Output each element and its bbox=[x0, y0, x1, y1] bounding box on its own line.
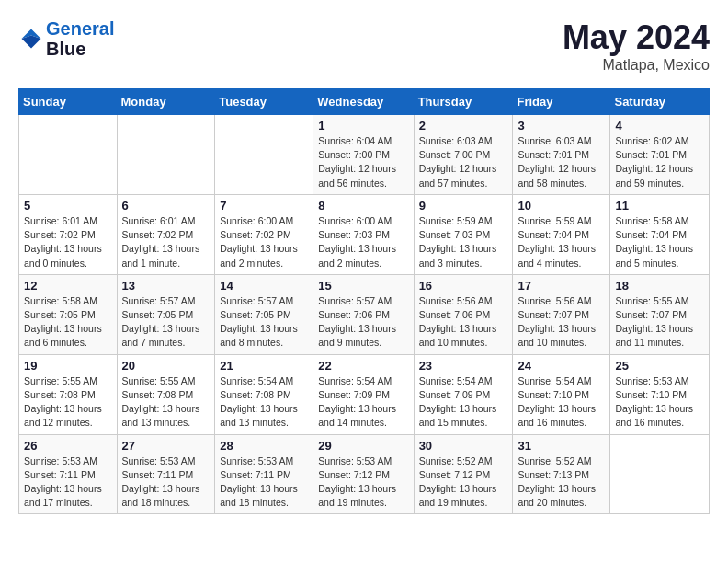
weekday-header: Wednesday bbox=[313, 89, 414, 115]
calendar-cell: 8Sunrise: 6:00 AMSunset: 7:03 PMDaylight… bbox=[313, 194, 414, 274]
day-number: 4 bbox=[615, 119, 704, 132]
calendar-cell: 23Sunrise: 5:54 AMSunset: 7:09 PMDayligh… bbox=[414, 354, 513, 434]
calendar-cell: 17Sunrise: 5:56 AMSunset: 7:07 PMDayligh… bbox=[513, 274, 610, 354]
day-info: Sunrise: 5:53 AMSunset: 7:11 PMDaylight:… bbox=[24, 454, 112, 511]
day-number: 22 bbox=[318, 359, 408, 373]
day-number: 11 bbox=[615, 199, 704, 213]
day-number: 19 bbox=[24, 359, 112, 373]
calendar-week-row: 5Sunrise: 6:01 AMSunset: 7:02 PMDaylight… bbox=[19, 194, 710, 274]
calendar-cell: 12Sunrise: 5:58 AMSunset: 7:05 PMDayligh… bbox=[19, 274, 118, 354]
day-number: 9 bbox=[419, 199, 508, 213]
day-info: Sunrise: 5:54 AMSunset: 7:10 PMDaylight:… bbox=[518, 374, 605, 431]
logo: General Blue bbox=[18, 18, 114, 59]
day-info: Sunrise: 5:56 AMSunset: 7:07 PMDaylight:… bbox=[518, 294, 605, 350]
day-number: 29 bbox=[318, 439, 408, 453]
day-number: 26 bbox=[24, 439, 112, 453]
calendar-cell: 4Sunrise: 6:02 AMSunset: 7:01 PMDaylight… bbox=[610, 115, 710, 195]
day-info: Sunrise: 6:00 AMSunset: 7:03 PMDaylight:… bbox=[318, 214, 408, 270]
calendar-week-row: 1Sunrise: 6:04 AMSunset: 7:00 PMDaylight… bbox=[19, 115, 710, 195]
day-info: Sunrise: 5:56 AMSunset: 7:06 PMDaylight:… bbox=[419, 294, 508, 350]
day-number: 20 bbox=[122, 359, 210, 373]
calendar-cell bbox=[610, 434, 710, 514]
day-number: 21 bbox=[220, 359, 308, 373]
weekday-header: Sunday bbox=[19, 89, 118, 115]
day-info: Sunrise: 6:01 AMSunset: 7:02 PMDaylight:… bbox=[24, 214, 112, 270]
day-info: Sunrise: 5:54 AMSunset: 7:08 PMDaylight:… bbox=[220, 374, 308, 431]
calendar-table: SundayMondayTuesdayWednesdayThursdayFrid… bbox=[18, 88, 710, 514]
calendar-cell: 22Sunrise: 5:54 AMSunset: 7:09 PMDayligh… bbox=[313, 354, 414, 434]
day-info: Sunrise: 5:55 AMSunset: 7:08 PMDaylight:… bbox=[24, 374, 112, 431]
day-info: Sunrise: 5:57 AMSunset: 7:05 PMDaylight:… bbox=[220, 294, 308, 350]
day-info: Sunrise: 6:02 AMSunset: 7:01 PMDaylight:… bbox=[615, 134, 704, 190]
calendar-cell: 13Sunrise: 5:57 AMSunset: 7:05 PMDayligh… bbox=[117, 274, 215, 354]
calendar-cell: 7Sunrise: 6:00 AMSunset: 7:02 PMDaylight… bbox=[215, 194, 313, 274]
day-number: 30 bbox=[419, 439, 508, 453]
calendar-cell: 29Sunrise: 5:53 AMSunset: 7:12 PMDayligh… bbox=[313, 434, 414, 514]
calendar-cell: 10Sunrise: 5:59 AMSunset: 7:04 PMDayligh… bbox=[513, 194, 610, 274]
day-info: Sunrise: 5:57 AMSunset: 7:06 PMDaylight:… bbox=[318, 294, 408, 350]
day-info: Sunrise: 6:01 AMSunset: 7:02 PMDaylight:… bbox=[122, 214, 210, 270]
weekday-header: Saturday bbox=[610, 89, 710, 115]
page-header: General Blue May 2024 Matlapa, Mexico bbox=[18, 18, 710, 74]
calendar-cell bbox=[117, 115, 215, 195]
calendar-week-row: 26Sunrise: 5:53 AMSunset: 7:11 PMDayligh… bbox=[19, 434, 710, 514]
calendar-cell: 3Sunrise: 6:03 AMSunset: 7:01 PMDaylight… bbox=[513, 115, 610, 195]
calendar-cell: 2Sunrise: 6:03 AMSunset: 7:00 PMDaylight… bbox=[414, 115, 513, 195]
day-info: Sunrise: 5:53 AMSunset: 7:12 PMDaylight:… bbox=[318, 454, 408, 511]
day-info: Sunrise: 5:53 AMSunset: 7:11 PMDaylight:… bbox=[220, 454, 308, 511]
calendar-week-row: 19Sunrise: 5:55 AMSunset: 7:08 PMDayligh… bbox=[19, 354, 710, 434]
day-number: 1 bbox=[318, 119, 408, 132]
calendar-cell: 1Sunrise: 6:04 AMSunset: 7:00 PMDaylight… bbox=[313, 115, 414, 195]
day-number: 8 bbox=[318, 199, 408, 213]
day-number: 31 bbox=[518, 439, 605, 453]
weekday-header: Thursday bbox=[414, 89, 513, 115]
day-number: 2 bbox=[419, 119, 508, 132]
logo-icon bbox=[18, 26, 44, 52]
calendar-cell: 26Sunrise: 5:53 AMSunset: 7:11 PMDayligh… bbox=[19, 434, 118, 514]
day-info: Sunrise: 5:57 AMSunset: 7:05 PMDaylight:… bbox=[122, 294, 210, 350]
day-info: Sunrise: 6:00 AMSunset: 7:02 PMDaylight:… bbox=[220, 214, 308, 270]
day-number: 16 bbox=[419, 279, 508, 293]
calendar-header-row: SundayMondayTuesdayWednesdayThursdayFrid… bbox=[19, 89, 710, 115]
day-number: 24 bbox=[518, 359, 605, 373]
calendar-cell: 21Sunrise: 5:54 AMSunset: 7:08 PMDayligh… bbox=[215, 354, 313, 434]
calendar-subtitle: Matlapa, Mexico bbox=[563, 57, 710, 74]
day-number: 27 bbox=[122, 439, 210, 453]
calendar-cell: 24Sunrise: 5:54 AMSunset: 7:10 PMDayligh… bbox=[513, 354, 610, 434]
logo-text: General Blue bbox=[46, 18, 114, 59]
day-number: 5 bbox=[24, 199, 112, 213]
day-info: Sunrise: 5:55 AMSunset: 7:07 PMDaylight:… bbox=[615, 294, 704, 350]
weekday-header: Tuesday bbox=[215, 89, 313, 115]
calendar-body: 1Sunrise: 6:04 AMSunset: 7:00 PMDaylight… bbox=[19, 115, 710, 514]
day-info: Sunrise: 5:54 AMSunset: 7:09 PMDaylight:… bbox=[318, 374, 408, 431]
day-info: Sunrise: 5:52 AMSunset: 7:12 PMDaylight:… bbox=[419, 454, 508, 511]
day-info: Sunrise: 5:58 AMSunset: 7:04 PMDaylight:… bbox=[615, 214, 704, 270]
day-number: 14 bbox=[220, 279, 308, 293]
day-info: Sunrise: 5:53 AMSunset: 7:11 PMDaylight:… bbox=[122, 454, 210, 511]
calendar-cell: 11Sunrise: 5:58 AMSunset: 7:04 PMDayligh… bbox=[610, 194, 710, 274]
calendar-cell: 25Sunrise: 5:53 AMSunset: 7:10 PMDayligh… bbox=[610, 354, 710, 434]
calendar-cell: 14Sunrise: 5:57 AMSunset: 7:05 PMDayligh… bbox=[215, 274, 313, 354]
day-number: 17 bbox=[518, 279, 605, 293]
day-number: 7 bbox=[220, 199, 308, 213]
calendar-cell: 19Sunrise: 5:55 AMSunset: 7:08 PMDayligh… bbox=[19, 354, 118, 434]
calendar-cell: 9Sunrise: 5:59 AMSunset: 7:03 PMDaylight… bbox=[414, 194, 513, 274]
day-number: 6 bbox=[122, 199, 210, 213]
day-number: 28 bbox=[220, 439, 308, 453]
weekday-header: Friday bbox=[513, 89, 610, 115]
calendar-cell: 31Sunrise: 5:52 AMSunset: 7:13 PMDayligh… bbox=[513, 434, 610, 514]
calendar-cell bbox=[215, 115, 313, 195]
day-info: Sunrise: 5:58 AMSunset: 7:05 PMDaylight:… bbox=[24, 294, 112, 350]
day-info: Sunrise: 6:03 AMSunset: 7:00 PMDaylight:… bbox=[419, 134, 508, 190]
day-number: 13 bbox=[122, 279, 210, 293]
day-info: Sunrise: 5:52 AMSunset: 7:13 PMDaylight:… bbox=[518, 454, 605, 511]
day-info: Sunrise: 5:55 AMSunset: 7:08 PMDaylight:… bbox=[122, 374, 210, 431]
day-number: 18 bbox=[615, 279, 704, 293]
calendar-cell: 20Sunrise: 5:55 AMSunset: 7:08 PMDayligh… bbox=[117, 354, 215, 434]
calendar-cell: 27Sunrise: 5:53 AMSunset: 7:11 PMDayligh… bbox=[117, 434, 215, 514]
day-info: Sunrise: 5:53 AMSunset: 7:10 PMDaylight:… bbox=[615, 374, 704, 431]
calendar-cell: 28Sunrise: 5:53 AMSunset: 7:11 PMDayligh… bbox=[215, 434, 313, 514]
calendar-title-block: May 2024 Matlapa, Mexico bbox=[563, 18, 710, 74]
day-info: Sunrise: 5:54 AMSunset: 7:09 PMDaylight:… bbox=[419, 374, 508, 431]
day-number: 15 bbox=[318, 279, 408, 293]
